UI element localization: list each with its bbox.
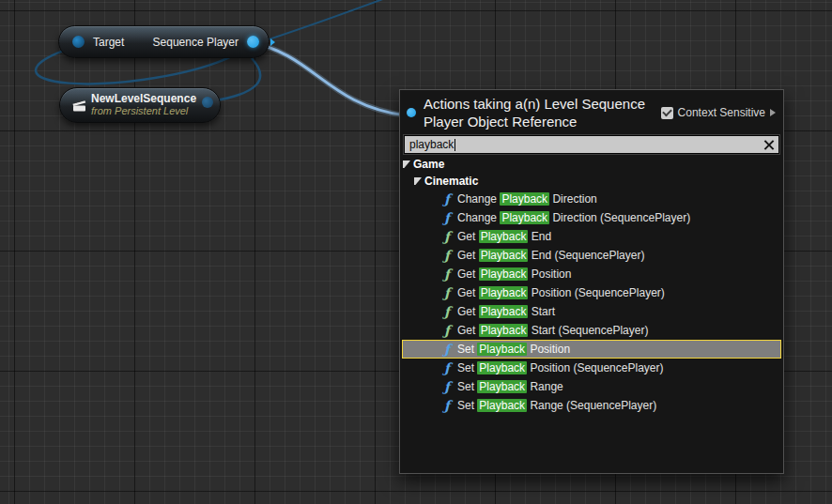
search-match-highlight: Playback [479,305,529,318]
search-match-highlight: Playback [500,211,549,224]
category-cinematic[interactable]: Cinematic [400,173,783,190]
search-match-highlight: Playback [479,249,529,262]
object-reference-pin-icon [407,108,416,117]
action-item[interactable]: ƒ Get Playback End [402,227,781,246]
new-level-sequence-node[interactable]: NewLevelSequence from Persistent Level [59,87,221,123]
search-match-highlight: Playback [479,267,529,281]
action-item-label: Get Playback Start [457,305,555,318]
target-pin-label: Target [93,36,124,49]
search-match-highlight: Playback [500,192,549,206]
function-icon: ƒ [440,380,454,393]
wire-player-to-menu-glow [250,42,406,115]
search-match-highlight: Playback [479,286,529,299]
action-item-label: Get Playback End [457,230,551,243]
sequence-player-pin-node[interactable]: Target Sequence Player [58,25,270,58]
sequence-player-pin-label: Sequence Player [153,36,239,49]
wire-player-to-menu [250,42,406,115]
target-input-pin[interactable] [72,36,85,48]
action-item[interactable]: ƒ Get Playback Start [402,302,781,321]
function-icon: ƒ [440,211,454,224]
action-item-label: Set Playback Position [457,343,570,356]
action-item-label: Get Playback Position [457,267,571,281]
function-icon: ƒ [440,192,454,206]
function-icon: ƒ [440,399,454,412]
action-item-label: Set Playback Range (SequencePlayer) [457,399,656,412]
action-item[interactable]: ƒ Get Playback End (SequencePlayer) [402,246,781,265]
function-icon: ƒ [440,286,454,299]
expander-icon[interactable] [403,160,410,168]
action-menu-title: Actions taking a(n) Level Sequence Playe… [424,95,661,130]
search-match-highlight: Playback [479,324,529,337]
action-item-label: Get Playback Start (SequencePlayer) [457,324,648,337]
action-item-label: Change Playback Direction (SequencePlaye… [457,211,690,224]
action-item[interactable]: ƒ Get Playback Position [402,265,781,283]
category-game-label: Game [413,158,444,171]
context-sensitive-label: Context Sensitive [678,106,765,119]
action-item[interactable]: ƒ Change Playback Direction (SequencePla… [402,208,781,227]
category-cinematic-label: Cinematic [424,175,478,188]
function-icon: ƒ [440,361,454,374]
context-sensitive-toggle[interactable]: Context Sensitive [661,106,778,119]
level-sequence-output-pin[interactable] [202,97,213,108]
search-match-highlight: Playback [477,361,527,374]
action-list: ƒ Change Playback Direction ƒ Change Pla… [400,190,783,415]
search-match-highlight: Playback [479,230,529,243]
action-item[interactable]: ƒ Set Playback Range (SequencePlayer) [402,396,781,415]
category-game[interactable]: Game [400,156,783,173]
context-sensitive-checkbox[interactable] [661,107,673,119]
action-item-label: Change Playback Direction [457,192,597,206]
search-text: playback [409,138,454,151]
function-icon: ƒ [440,343,454,356]
blueprint-graph-canvas[interactable]: Target Sequence Player NewLevelSequence … [0,0,832,504]
function-icon: ƒ [440,324,454,337]
function-icon: ƒ [440,305,454,318]
sequence-player-output-pin[interactable] [247,36,259,48]
function-icon: ƒ [440,267,454,281]
action-item[interactable]: ƒ Set Playback Range [402,377,781,396]
action-item[interactable]: ƒ Set Playback Position [402,340,781,359]
action-item[interactable]: ƒ Change Playback Direction [402,190,781,208]
action-item-label: Get Playback End (SequencePlayer) [457,249,644,262]
blueprint-action-menu: Actions taking a(n) Level Sequence Playe… [399,89,784,474]
film-slate-icon [72,99,86,112]
output-pin-arrow-icon [270,38,275,46]
action-menu-header: Actions taking a(n) Level Sequence Playe… [400,90,783,133]
action-item-label: Set Playback Position (SequencePlayer) [457,361,663,374]
level-sequence-title: NewLevelSequence [91,93,196,105]
action-item-label: Get Playback Position (SequencePlayer) [457,286,665,299]
search-match-highlight: Playback [477,380,527,393]
submenu-arrow-icon[interactable] [770,109,776,116]
search-match-highlight: Playback [477,343,527,356]
level-sequence-subtitle: from Persistent Level [91,105,196,117]
function-icon: ƒ [440,249,454,262]
action-tree: Game Cinematic ƒ Change Playback Directi… [400,155,783,415]
action-item-label: Set Playback Range [457,380,563,393]
action-item[interactable]: ƒ Set Playback Position (SequencePlayer) [402,359,781,377]
search-match-highlight: Playback [477,399,527,412]
function-icon: ƒ [440,230,454,243]
action-item[interactable]: ƒ Get Playback Start (SequencePlayer) [402,321,781,340]
expander-icon[interactable] [414,177,422,185]
text-caret [455,139,455,151]
action-item[interactable]: ƒ Get Playback Position (SequencePlayer) [402,283,781,302]
clear-search-icon[interactable] [763,140,774,150]
action-search-input[interactable]: playback [404,135,779,154]
